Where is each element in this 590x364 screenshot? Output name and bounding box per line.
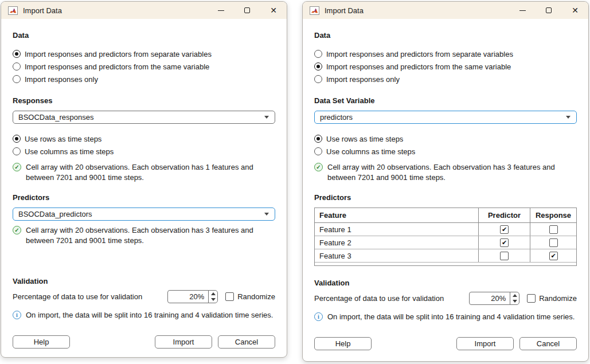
spinner-up-button[interactable]: [209, 291, 217, 297]
radio-label: Import responses and predictors from the…: [326, 62, 511, 71]
validation-percentage-row: Percentage of data to use for validation…: [13, 290, 275, 303]
maximize-icon: [244, 7, 250, 13]
section-label-predictors: Predictors: [13, 193, 275, 202]
minimize-button[interactable]: [208, 2, 234, 19]
predictor-cell: [479, 249, 530, 262]
percentage-input[interactable]: [167, 290, 209, 303]
predictor-cell: [479, 223, 530, 236]
header-feature: Feature: [315, 208, 479, 222]
header-response: Response: [530, 208, 576, 222]
feature-cell: Feature 2: [315, 236, 479, 249]
matlab-icon: [8, 6, 18, 15]
response-checkbox[interactable]: [549, 238, 558, 247]
validation-percentage-row: Percentage of data to use for validation…: [314, 292, 577, 305]
radio-option-separate-variables[interactable]: Import responses and predictors from sep…: [13, 48, 275, 60]
feature-cell: Feature 3: [315, 249, 479, 262]
matlab-icon: [310, 6, 319, 15]
section-label-responses: Responses: [13, 96, 275, 105]
status-text: Cell array with 20 observations. Each ob…: [26, 225, 273, 246]
spinner-down-button[interactable]: [510, 299, 519, 305]
radio-icon: [314, 62, 322, 71]
radio-option-responses-only[interactable]: Import responses only: [13, 73, 275, 85]
info-icon: [13, 311, 21, 319]
dialog-body: Data Import responses and predictors fro…: [1, 19, 287, 357]
responses-dropdown[interactable]: BSOCData_responses: [13, 111, 275, 124]
close-icon: ✕: [572, 6, 579, 14]
predictors-dropdown[interactable]: BSOCData_predictors: [13, 208, 275, 221]
predictor-checkbox[interactable]: [500, 225, 509, 234]
percentage-input[interactable]: [469, 292, 510, 305]
section-label-data: Data: [13, 31, 275, 40]
radio-icon: [314, 75, 322, 83]
randomize-checkbox-row[interactable]: Randomize: [225, 292, 275, 301]
import-button[interactable]: Import: [155, 335, 212, 349]
help-button[interactable]: Help: [13, 335, 70, 349]
window-title: Import Data: [325, 6, 364, 15]
predictors-status: Cell array with 20 observations. Each ob…: [13, 225, 275, 246]
radio-option-same-variable[interactable]: Import responses and predictors from the…: [13, 60, 275, 73]
radio-option-same-variable[interactable]: Import responses and predictors from the…: [314, 60, 577, 73]
maximize-icon: [546, 7, 552, 13]
titlebar[interactable]: Import Data ✕: [303, 2, 588, 19]
help-button[interactable]: Help: [314, 337, 372, 350]
arrow-up-icon: [513, 294, 517, 297]
validation-info: On import, the data will be split into 1…: [13, 310, 275, 320]
response-cell: [530, 236, 576, 249]
window-controls: ✕: [208, 2, 287, 19]
success-icon: [314, 163, 323, 171]
dropdown-value: predictors: [320, 113, 353, 122]
maximize-button[interactable]: [536, 2, 562, 19]
spinner-down-button[interactable]: [209, 297, 217, 303]
radio-label: Import responses and predictors from the…: [25, 62, 209, 71]
randomize-label: Randomize: [539, 294, 577, 303]
response-checkbox[interactable]: [549, 252, 558, 260]
minimize-icon: [519, 10, 526, 11]
minimize-button[interactable]: [509, 2, 536, 19]
import-button[interactable]: Import: [456, 337, 514, 350]
response-cell: [530, 249, 576, 262]
radio-icon: [314, 50, 322, 58]
titlebar[interactable]: Import Data ✕: [1, 2, 287, 19]
table-header-row: Feature Predictor Response: [315, 208, 576, 223]
button-row: Help Import Cancel: [314, 337, 577, 350]
dropdown-value: BSOCData_responses: [18, 113, 94, 122]
time-steps-radio-group: Use rows as time steps Use columns as ti…: [314, 132, 577, 158]
radio-icon: [13, 62, 21, 71]
radio-option-columns-time-steps[interactable]: Use columns as time steps: [13, 145, 275, 158]
randomize-checkbox[interactable]: [527, 294, 536, 303]
window-controls: ✕: [509, 2, 588, 19]
close-button[interactable]: ✕: [562, 2, 588, 19]
radio-option-separate-variables[interactable]: Import responses and predictors from sep…: [314, 48, 577, 60]
data-set-variable-dropdown[interactable]: predictors: [314, 111, 577, 124]
cancel-button[interactable]: Cancel: [519, 337, 577, 350]
section-label-data: Data: [314, 31, 577, 40]
data-radio-group: Import responses and predictors from sep…: [314, 48, 577, 85]
predictor-checkbox[interactable]: [500, 252, 509, 260]
radio-icon: [13, 147, 21, 155]
radio-option-rows-time-steps[interactable]: Use rows as time steps: [314, 132, 577, 145]
table-row: Feature 3: [315, 249, 576, 263]
percentage-stepper: [208, 290, 218, 303]
section-label-validation: Validation: [13, 277, 275, 285]
spinner-up-button[interactable]: [510, 292, 519, 299]
maximize-button[interactable]: [234, 2, 260, 19]
time-steps-radio-group: Use rows as time steps Use columns as ti…: [13, 132, 275, 158]
radio-option-rows-time-steps[interactable]: Use rows as time steps: [13, 132, 275, 145]
close-button[interactable]: ✕: [260, 2, 287, 19]
radio-option-responses-only[interactable]: Import responses only: [314, 73, 577, 85]
response-checkbox[interactable]: [549, 225, 558, 234]
table-row: Feature 2: [315, 236, 576, 249]
radio-icon: [13, 50, 21, 58]
radio-option-columns-time-steps[interactable]: Use columns as time steps: [314, 145, 577, 158]
radio-icon: [314, 135, 322, 143]
success-icon: [13, 163, 21, 171]
randomize-checkbox-row[interactable]: Randomize: [527, 294, 577, 303]
window-title: Import Data: [23, 6, 62, 15]
arrow-down-icon: [513, 300, 517, 303]
info-text: On import, the data will be split into 1…: [327, 312, 575, 322]
cancel-button[interactable]: Cancel: [218, 335, 275, 349]
radio-icon: [314, 147, 322, 155]
predictor-checkbox[interactable]: [500, 238, 509, 247]
randomize-checkbox[interactable]: [225, 292, 234, 301]
chevron-down-icon: [264, 213, 269, 216]
